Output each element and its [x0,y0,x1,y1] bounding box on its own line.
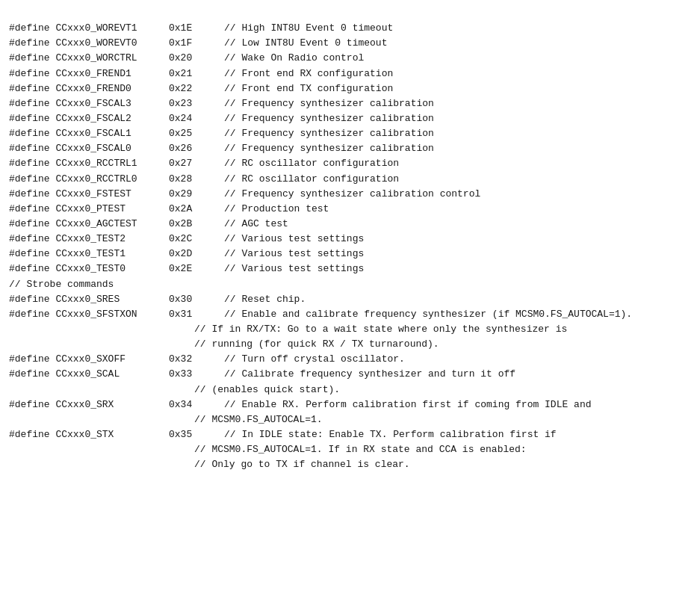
define-value: 0x2B [166,217,218,232]
define-name: #define CCxxx0_SRX [9,397,166,412]
define-value: 0x34 [166,397,218,412]
define-comment: // AGC test [218,217,288,232]
define-name: #define CCxxx0_FSCAL3 [9,96,166,111]
define-comment: // Front end RX configuration [218,66,393,81]
line-8: #define CCxxx0_FSCAL00x26// Frequency sy… [9,141,691,156]
line-10: #define CCxxx0_RCCTRL00x28// RC oscillat… [9,172,691,187]
define-name: #define CCxxx0_FSCAL0 [9,141,166,156]
define-name: #define CCxxx0_FSCAL1 [9,126,166,141]
define-comment: // Calibrate frequency synthesizer and t… [218,367,515,382]
line-27: #define CCxxx0_STX0x35// In IDLE state: … [9,427,691,442]
line-18: #define CCxxx0_SRES0x30// Reset chip. [9,292,691,307]
line-0: #define CCxxx0_WOREVT10x1E// High INT8U … [9,21,691,36]
line-28: // MCSM0.FS_AUTOCAL=1. If in RX state an… [9,442,691,457]
define-value: 0x22 [166,81,218,96]
define-value: 0x2C [166,232,218,247]
define-value: 0x2E [166,262,218,276]
define-comment: // Low INT8U Event 0 timeout [218,36,387,51]
define-comment: // Wake On Radio control [218,51,364,66]
line-29: // Only go to TX if channel is clear. [9,457,691,472]
define-value: 0x23 [166,96,218,111]
define-name: #define CCxxx0_RCCTRL1 [9,156,166,171]
define-name: #define CCxxx0_SRES [9,292,166,307]
define-name: #define CCxxx0_SXOFF [9,352,166,367]
define-name: #define CCxxx0_WORCTRL [9,51,166,66]
define-name: #define CCxxx0_STX [9,427,166,442]
line-15: #define CCxxx0_TEST10x2D// Various test … [9,247,691,262]
define-value: 0x35 [166,427,218,442]
line-19: #define CCxxx0_SFSTXON0x31// Enable and … [9,307,691,322]
define-name: #define CCxxx0_FREND0 [9,81,166,96]
define-comment: // High INT8U Event 0 timeout [218,21,393,36]
define-name: #define CCxxx0_RCCTRL0 [9,172,166,187]
define-comment: // Various test settings [218,247,364,262]
define-name: #define CCxxx0_WOREVT0 [9,36,166,51]
define-name: #define CCxxx0_SFSTXON [9,307,166,322]
define-value: 0x2A [166,202,218,217]
define-comment: // Frequency synthesizer calibration con… [218,187,480,202]
define-name: #define CCxxx0_FSCAL2 [9,111,166,126]
define-comment: // Enable and calibrate frequency synthe… [218,307,632,322]
define-value: 0x2D [166,247,218,262]
line-23: #define CCxxx0_SCAL0x33// Calibrate freq… [9,367,691,382]
define-comment: // Frequency synthesizer calibration [218,111,434,126]
define-comment: // Various test settings [218,262,364,276]
line-26: // MCSM0.FS_AUTOCAL=1. [9,412,691,427]
line-4: #define CCxxx0_FREND00x22// Front end TX… [9,81,691,96]
define-comment: // In IDLE state: Enable TX. Perform cal… [218,427,557,442]
define-comment: // Reset chip. [218,292,306,307]
line-1: #define CCxxx0_WOREVT00x1F// Low INT8U E… [9,36,691,51]
define-comment: // Frequency synthesizer calibration [218,126,434,141]
define-name: #define CCxxx0_TEST2 [9,232,166,247]
define-value: 0x27 [166,156,218,171]
define-value: 0x28 [166,172,218,187]
define-name: #define CCxxx0_AGCTEST [9,217,166,232]
define-value: 0x29 [166,187,218,202]
line-3: #define CCxxx0_FREND10x21// Front end RX… [9,66,691,81]
define-comment: // RC oscillator configuration [218,172,399,187]
line-11: #define CCxxx0_FSTEST0x29// Frequency sy… [9,187,691,202]
define-comment: // Enable RX. Perform calibration first … [218,397,591,412]
line-21: // running (for quick RX / TX turnaround… [9,337,691,352]
define-value: 0x1F [166,36,218,51]
define-value: 0x31 [166,307,218,322]
define-value: 0x21 [166,66,218,81]
line-5: #define CCxxx0_FSCAL30x23// Frequency sy… [9,96,691,111]
define-name: #define CCxxx0_TEST0 [9,262,166,276]
define-name: #define CCxxx0_FREND1 [9,66,166,81]
define-comment: // Various test settings [218,232,364,247]
line-13: #define CCxxx0_AGCTEST0x2B// AGC test [9,217,691,232]
define-comment: // Turn off crystal oscillator. [218,352,405,367]
line-22: #define CCxxx0_SXOFF0x32// Turn off crys… [9,352,691,367]
define-comment: // Frequency synthesizer calibration [218,96,434,111]
define-comment: // Frequency synthesizer calibration [218,141,434,156]
line-6: #define CCxxx0_FSCAL20x24// Frequency sy… [9,111,691,126]
line-20: // If in RX/TX: Go to a wait state where… [9,322,691,337]
define-value: 0x32 [166,352,218,367]
line-2: #define CCxxx0_WORCTRL0x20// Wake On Rad… [9,51,691,66]
define-comment: // RC oscillator configuration [218,156,399,171]
define-name: #define CCxxx0_TEST1 [9,247,166,262]
line-14: #define CCxxx0_TEST20x2C// Various test … [9,232,691,247]
define-value: 0x30 [166,292,218,307]
define-name: #define CCxxx0_WOREVT1 [9,21,166,36]
line-12: #define CCxxx0_PTEST0x2A// Production te… [9,202,691,217]
line-7: #define CCxxx0_FSCAL10x25// Frequency sy… [9,126,691,141]
code-block: #define CCxxx0_WOREVT10x1E// High INT8U … [9,6,691,472]
define-value: 0x1E [166,21,218,36]
define-comment: // Production test [218,202,329,217]
define-name: #define CCxxx0_FSTEST [9,187,166,202]
line-25: #define CCxxx0_SRX0x34// Enable RX. Perf… [9,397,691,412]
define-value: 0x33 [166,367,218,382]
line-17: // Strobe commands [9,277,691,292]
define-value: 0x24 [166,111,218,126]
line-16: #define CCxxx0_TEST00x2E// Various test … [9,262,691,276]
line-24: // (enables quick start). [9,383,691,397]
define-value: 0x26 [166,141,218,156]
define-comment: // Front end TX configuration [218,81,393,96]
line-9: #define CCxxx0_RCCTRL10x27// RC oscillat… [9,156,691,171]
define-value: 0x20 [166,51,218,66]
define-name: #define CCxxx0_SCAL [9,367,166,382]
define-name: #define CCxxx0_PTEST [9,202,166,217]
define-value: 0x25 [166,126,218,141]
